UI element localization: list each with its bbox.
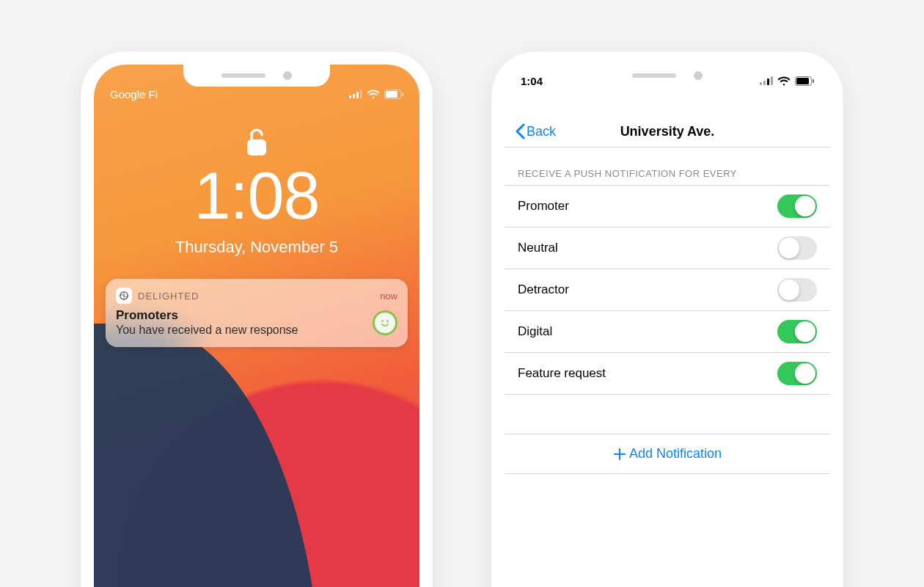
plus-icon xyxy=(613,448,626,461)
settings-row-label: Promoter xyxy=(518,199,569,214)
signal-icon xyxy=(349,90,362,98)
toggle-switch[interactable] xyxy=(777,320,817,343)
lockscreen-time: 1:08 xyxy=(94,163,419,229)
svg-rect-2 xyxy=(402,92,403,96)
navbar: Back University Ave. xyxy=(505,91,830,147)
settings-row: Feature request xyxy=(505,353,830,395)
toggle-switch[interactable] xyxy=(777,278,817,302)
toggle-switch[interactable] xyxy=(777,362,817,385)
settings-row-label: Feature request xyxy=(518,366,606,381)
add-notification-button[interactable]: Add Notification xyxy=(505,434,830,474)
chevron-left-icon xyxy=(515,123,525,139)
svg-point-6 xyxy=(386,321,389,323)
notification-app-name: DELIGHTED xyxy=(138,291,199,302)
lockscreen-date: Thursday, November 5 xyxy=(94,238,419,257)
battery-icon xyxy=(384,90,403,99)
settings-row-label: Neutral xyxy=(518,241,558,255)
smiley-icon xyxy=(373,310,397,335)
notification-message: You have received a new response xyxy=(116,323,298,338)
app-icon xyxy=(116,288,132,304)
toggle-switch[interactable] xyxy=(777,236,817,260)
notification-time: now xyxy=(380,291,397,302)
back-button[interactable]: Back xyxy=(515,123,556,139)
notification-card[interactable]: DELIGHTED now Promoters You have receive… xyxy=(106,279,408,347)
settings-row: Detractor xyxy=(505,269,830,311)
unlock-icon xyxy=(246,126,268,157)
section-header: RECEIVE A PUSH NOTIFICATION FOR EVERY xyxy=(505,147,830,185)
battery-icon xyxy=(795,76,814,86)
toggle-list: PromoterNeutralDetractorDigitalFeature r… xyxy=(505,185,830,395)
settings-row-label: Digital xyxy=(518,324,552,339)
svg-rect-3 xyxy=(247,139,266,156)
svg-rect-9 xyxy=(813,79,814,83)
notch xyxy=(594,65,741,87)
toggle-switch[interactable] xyxy=(777,194,817,218)
status-time: 1:04 xyxy=(521,75,543,87)
wifi-icon xyxy=(367,90,380,99)
settings-row: Neutral xyxy=(505,227,830,269)
notch xyxy=(183,65,330,87)
svg-point-5 xyxy=(381,321,384,323)
svg-rect-1 xyxy=(386,91,397,98)
settings-row-label: Detractor xyxy=(518,282,569,297)
phone-lockscreen: Google Fi 1:08 Thursday, November 5 DELI… xyxy=(81,51,433,587)
settings-row: Digital xyxy=(505,311,830,353)
notification-title: Promoters xyxy=(116,308,298,323)
signal-icon xyxy=(760,76,773,85)
phone-settings: 1:04 Back University Ave. RECEIVE A PUSH… xyxy=(491,51,843,587)
wifi-icon xyxy=(777,76,791,86)
add-notification-label: Add Notification xyxy=(629,446,722,462)
carrier-label: Google Fi xyxy=(110,88,158,101)
settings-row: Promoter xyxy=(505,186,830,227)
back-label: Back xyxy=(527,124,556,139)
svg-rect-8 xyxy=(796,78,809,84)
